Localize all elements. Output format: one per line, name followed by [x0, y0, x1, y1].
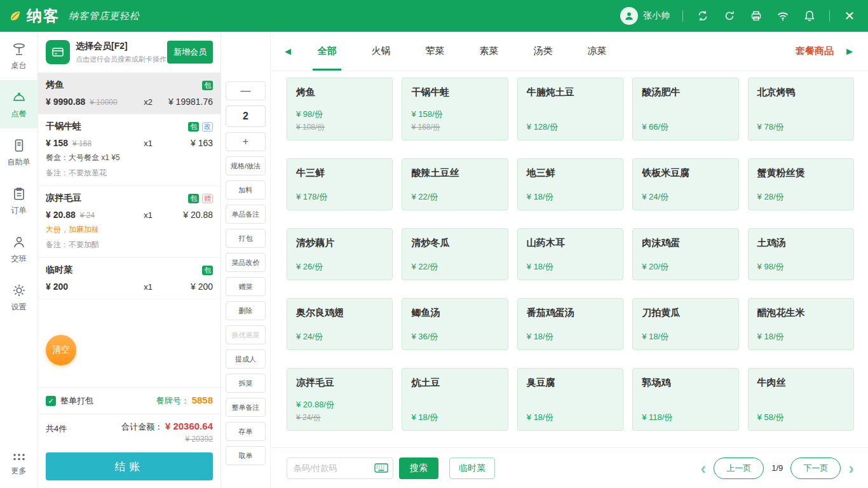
tool-button[interactable]: 赠菜 [226, 277, 266, 296]
menu-dish-price: ¥ 36/份 [411, 321, 498, 342]
sidebar-item-more[interactable]: 更多 [0, 444, 38, 484]
tool-button[interactable]: 规格/做法 [226, 156, 266, 175]
menu-card[interactable]: 酸汤肥牛 ¥ 66/份 [632, 78, 738, 140]
tool-button[interactable]: 存单 [226, 422, 266, 441]
category-tab[interactable]: 火锅 [354, 32, 408, 71]
wifi-icon[interactable] [776, 9, 790, 23]
sidebar-item-ordering[interactable]: 点餐 [0, 80, 38, 128]
qty-minus-button[interactable]: — [226, 81, 266, 100]
menu-card[interactable]: 奥尔良鸡翅 ¥ 24/份 [287, 298, 393, 350]
order-item[interactable]: 临时菜 包 ¥ 200 x1 ¥ 200 [38, 258, 220, 299]
menu-card[interactable]: 醋泡花生米 ¥ 18/份 [748, 298, 854, 350]
qty-plus-button[interactable]: + [226, 132, 266, 151]
tool-button[interactable]: 单品备注 [226, 205, 266, 224]
sync-icon[interactable] [696, 9, 710, 23]
category-tab[interactable]: 凉菜 [570, 32, 624, 71]
menu-card[interactable]: 山药木耳 ¥ 18/份 [517, 228, 623, 280]
menu-card[interactable]: 清炒藕片 ¥ 26/份 [287, 228, 393, 280]
menu-dish-name: 奥尔良鸡翅 [296, 307, 383, 319]
dish-price: ¥ 200 [46, 281, 68, 292]
combo-products-link[interactable]: 套餐商品 [792, 32, 837, 71]
tool-button[interactable]: 提成人 [226, 349, 266, 369]
menu-card[interactable]: 鲫鱼汤 ¥ 36/份 [402, 298, 508, 350]
menu-card[interactable]: 酸辣土豆丝 ¥ 22/份 [402, 158, 508, 210]
category-tab[interactable]: 荤菜 [408, 32, 462, 71]
menu-card[interactable]: 肉沫鸡蛋 ¥ 20/份 [632, 228, 738, 280]
menu-card[interactable]: 蟹黄粉丝煲 ¥ 28/份 [748, 158, 854, 210]
tool-button[interactable]: 取单 [226, 446, 266, 465]
menu-dish-price: ¥ 28/份 [757, 181, 844, 203]
user-name: 张小帅 [643, 10, 670, 22]
menu-card[interactable]: 干锅牛蛙 ¥ 158/份 ¥ 168/份 [402, 78, 508, 140]
sidebar-item-self-order[interactable]: 自助单 [0, 128, 38, 177]
category-tab[interactable]: 素菜 [462, 32, 516, 71]
tool-button[interactable]: 加料 [226, 180, 266, 200]
category-tab[interactable]: 全部 [300, 32, 354, 71]
sidebar-item-label: 设置 [11, 302, 27, 313]
add-member-button[interactable]: 新增会员 [167, 41, 213, 64]
category-tab[interactable]: 汤类 [516, 32, 570, 71]
next-page-button[interactable]: 下一页 [790, 458, 841, 479]
printer-icon[interactable] [749, 9, 763, 23]
menu-card[interactable]: 牛腩炖土豆 ¥ 128/份 [517, 78, 623, 140]
menu-card[interactable]: 番茄鸡蛋汤 ¥ 18/份 [517, 298, 623, 350]
checkout-button[interactable]: 结账 [46, 452, 213, 480]
menu-card[interactable]: 刀拍黄瓜 ¥ 18/份 [632, 298, 738, 350]
menu-card[interactable]: 牛三鲜 ¥ 178/份 [287, 158, 393, 210]
category-scroll-right-icon[interactable]: ▶ [837, 32, 862, 71]
bottom-bar: 搜索 临时菜 ‹ 上一页 1/9 下一页 › [271, 447, 868, 488]
sidebar-item-tables[interactable]: 桌台 [0, 32, 38, 80]
sidebar-item-shift[interactable]: 交班 [0, 225, 38, 273]
refresh-icon[interactable] [722, 9, 736, 23]
menu-card[interactable]: 铁板米豆腐 ¥ 24/份 [632, 158, 738, 210]
category-scroll-left-icon[interactable]: ◀ [276, 32, 300, 71]
whole-order-pack-checkbox[interactable]: ✓ [46, 396, 56, 406]
menu-card[interactable]: 地三鲜 ¥ 18/份 [517, 158, 623, 210]
bell-icon[interactable] [803, 9, 817, 23]
menu-dish-name: 炕土豆 [411, 377, 498, 389]
menu-card[interactable]: 炕土豆 ¥ 18/份 [402, 368, 508, 431]
page-indicator: 1/9 [771, 463, 783, 473]
menu-dish-price: ¥ 58/份 [757, 402, 844, 423]
tool-button[interactable]: 整单备注 [226, 398, 266, 417]
order-panel: 选择会员[F2] 点击进行会员搜索或刷卡操作 新增会员 烤鱼 包 [38, 32, 221, 488]
tool-button[interactable]: 删除 [226, 301, 266, 320]
user-menu[interactable]: 张小帅 [620, 7, 670, 25]
tool-button[interactable]: 拆菜 [226, 374, 266, 393]
prev-chevron-icon[interactable]: ‹ [701, 460, 707, 477]
menu-dish-name: 土鸡汤 [757, 237, 844, 249]
menu-card[interactable]: 牛肉丝 ¥ 58/份 [748, 368, 854, 431]
next-chevron-icon[interactable]: › [848, 460, 854, 477]
menu-dish-price: ¥ 22/份 [411, 181, 498, 203]
menu-card[interactable]: 土鸡汤 ¥ 98/份 [748, 228, 854, 280]
tool-button[interactable]: 换优惠菜 [226, 325, 266, 344]
order-list: 烤鱼 包 ¥ 9990.88 ¥ 10000 x2 ¥ 19981.76 [38, 73, 220, 299]
menu-dish-name: 铁板米豆腐 [642, 167, 729, 179]
menu-card[interactable]: 清炒冬瓜 ¥ 22/份 [402, 228, 508, 280]
order-item[interactable]: 干锅牛蛙 包 改 ¥ 158 ¥ 168 x1 ¥ 163 [38, 114, 220, 186]
sidebar-item-settings[interactable]: 设置 [0, 273, 38, 322]
order-item[interactable]: 烤鱼 包 ¥ 9990.88 ¥ 10000 x2 ¥ 19981.76 [38, 73, 220, 114]
menu-card[interactable]: 烤鱼 ¥ 98/份 ¥ 108/份 [287, 78, 393, 140]
menu-card[interactable]: 北京烤鸭 ¥ 78/份 [748, 78, 854, 140]
sidebar-item-label: 桌台 [11, 60, 27, 71]
dish-quantity: x1 [144, 210, 153, 220]
prev-page-button[interactable]: 上一页 [714, 458, 764, 479]
close-icon[interactable]: ✕ [843, 9, 857, 23]
order-item[interactable]: 凉拌毛豆 包 赠 ¥ 20.88 ¥ 24 x1 ¥ 20.88 [38, 186, 220, 258]
search-button[interactable]: 搜索 [399, 458, 438, 479]
tool-button[interactable]: 菜品改价 [226, 253, 266, 272]
menu-dish-price: ¥ 24/份 [642, 181, 729, 203]
tool-button[interactable]: 打包 [226, 229, 266, 248]
temp-dish-button[interactable]: 临时菜 [449, 458, 495, 479]
clear-order-button[interactable]: 清空 [46, 335, 76, 365]
menu-card[interactable]: 郭场鸡 ¥ 118/份 [632, 368, 738, 431]
sidebar-item-orders[interactable]: 订单 [0, 177, 38, 225]
keyboard-icon[interactable] [374, 463, 388, 473]
member-select[interactable]: 选择会员[F2] 点击进行会员搜索或刷卡操作 [76, 41, 161, 64]
dish-name: 凉拌毛豆 [46, 193, 81, 204]
menu-card[interactable]: 凉拌毛豆 ¥ 20.88/份 ¥ 24/份 [287, 368, 393, 431]
menu-card[interactable]: 臭豆腐 ¥ 18/份 [517, 368, 623, 431]
member-card-icon[interactable] [46, 40, 70, 64]
note-line: 备注：不要放葱花 [46, 168, 213, 179]
